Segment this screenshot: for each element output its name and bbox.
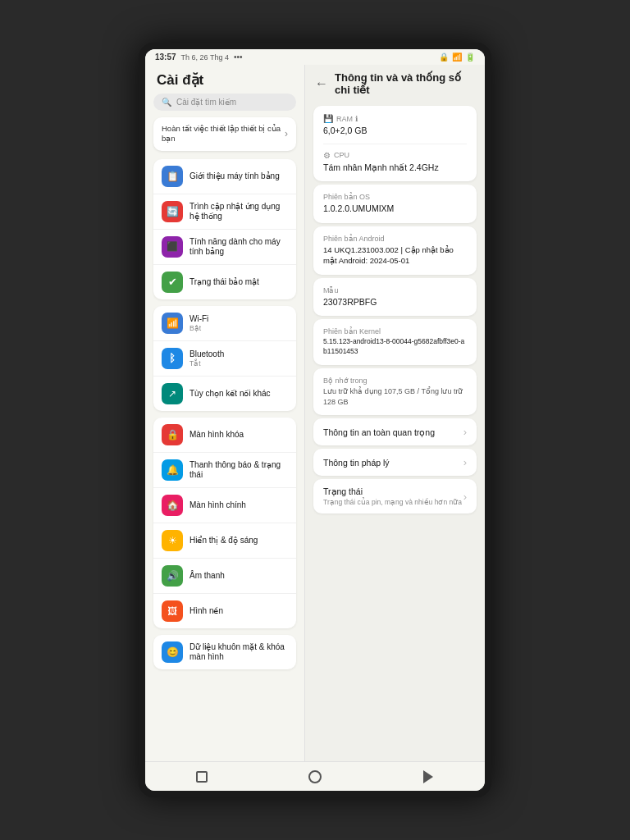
cpu-section: ⚙ CPU Tám nhân Mạnh nhất 2.4GHz [323, 151, 467, 174]
setup-card-text: Hoàn tất việc thiết lập thiết bị của bạn [162, 124, 285, 144]
settings-group-3: 🔒 Màn hình khóa 🔔 Thanh thông báo & trạn… [153, 418, 296, 628]
tablet-frame: 13:57 Th 6, 26 Thg 4 ••• 🔒 📶 🔋 Cài đặt 🔍… [139, 43, 491, 797]
settings-item-intro[interactable]: 📋 Giới thiệu máy tính bảng [153, 159, 296, 194]
settings-item-more-connections[interactable]: ↗ Tùy chọn kết nối khác [153, 377, 296, 411]
storage-label: Bộ nhớ trong [323, 377, 467, 385]
cpu-label: ⚙ CPU [323, 151, 467, 160]
lock-screen-icon: 🔒 [162, 424, 183, 445]
safety-info-row[interactable]: Thông tin an toàn quan trọng › [313, 418, 477, 445]
safety-info-arrow: › [463, 426, 467, 438]
settings-item-features[interactable]: ⬛ Tính năng dành cho máy tính bảng [153, 230, 296, 265]
settings-item-notifications[interactable]: 🔔 Thanh thông báo & trạng thái [153, 453, 296, 488]
search-icon: 🔍 [162, 98, 171, 107]
cpu-icon: ⚙ [323, 151, 331, 160]
detail-header: ← Thông tin và và thống số chi tiết [305, 65, 485, 103]
settings-group-2: 📶 Wi-Fi Bật ᛒ Bluetooth Tắt [153, 306, 296, 411]
kernel-value: 5.15.123-android13-8-00044-g5682afbff3e0… [323, 337, 467, 357]
wifi-label: Wi-Fi [189, 314, 288, 324]
face-lock-icon: 😊 [162, 641, 183, 663]
face-lock-label: Dữ liệu khuôn mặt & khóa màn hình [189, 642, 288, 662]
ram-cpu-card: 💾 RAM ℹ 6,0+2,0 GB ⚙ CPU Tám nhân Mạnh n… [313, 106, 477, 181]
settings-group-1: 📋 Giới thiệu máy tính bảng 🔄 Trình cập n… [153, 159, 296, 299]
nav-back-button[interactable] [419, 768, 437, 786]
status-right: 🔒 📶 🔋 [439, 52, 475, 62]
settings-item-update[interactable]: 🔄 Trình cập nhật ứng dụng hệ thống [153, 194, 296, 230]
nav-recents-button[interactable] [193, 768, 211, 786]
legal-info-row[interactable]: Thông tin pháp lý › [313, 449, 477, 476]
settings-item-display[interactable]: ☀ Hiển thị & độ sáng [153, 523, 296, 559]
settings-item-wifi[interactable]: 📶 Wi-Fi Bật [153, 306, 296, 341]
wallpaper-label: Hình nền [189, 606, 288, 616]
status-row[interactable]: Trạng thái Trạng thái của pin, mạng và n… [313, 479, 477, 514]
settings-item-home-screen[interactable]: 🏠 Màn hình chính [153, 488, 296, 523]
connections-icon: ↗ [162, 383, 183, 404]
android-version-card: Phiên bản Android 14 UKQ1.231003.002 | C… [313, 226, 477, 275]
features-label: Tính năng dành cho máy tính bảng [189, 237, 288, 257]
bluetooth-label: Bluetooth [189, 349, 288, 359]
search-bar[interactable]: 🔍 Cài đặt tìm kiếm [153, 94, 296, 111]
update-icon: 🔄 [162, 201, 183, 222]
kernel-label: Phiên bản Kernel [323, 327, 467, 336]
detail-header-title: Thông tin và và thống số chi tiết [335, 71, 475, 96]
home-nav-icon [308, 770, 322, 783]
bluetooth-sublabel: Tắt [189, 359, 288, 368]
settings-item-security[interactable]: ✔ Trạng thái bảo mật [153, 265, 296, 299]
status-arrow: › [463, 491, 467, 503]
legal-info-arrow: › [463, 456, 467, 468]
recents-icon [196, 771, 208, 783]
settings-group-4: 😊 Dữ liệu khuôn mặt & khóa màn hình [153, 635, 296, 669]
search-placeholder: Cài đặt tìm kiếm [176, 98, 236, 107]
detail-back-button[interactable]: ← [315, 76, 328, 91]
notifications-label: Thanh thông báo & trạng thái [189, 460, 288, 480]
ram-label: 💾 RAM ℹ [323, 114, 467, 123]
setup-card[interactable]: Hoàn tất việc thiết lập thiết bị của bạn… [153, 117, 296, 151]
home-screen-label: Màn hình chính [189, 500, 288, 510]
setup-card-arrow: › [285, 128, 288, 139]
storage-card: Bộ nhớ trong Lưu trữ khả dụng 107,5 GB /… [313, 368, 477, 415]
model-label: Mẫu [323, 286, 467, 294]
status-date: Th 6, 26 Thg 4 [181, 53, 229, 62]
android-value: 14 UKQ1.231003.002 | Cập nhật bảo mật An… [323, 244, 467, 267]
security-icon: ✔ [162, 272, 183, 293]
wallpaper-icon: 🖼 [162, 600, 183, 622]
connections-label: Tùy chọn kết nối khác [189, 389, 288, 399]
os-value: 1.0.2.0.UMUMIXM [323, 203, 467, 215]
update-label: Trình cập nhật ứng dụng hệ thống [189, 202, 288, 221]
ram-icon: 💾 [323, 114, 333, 123]
legal-info-label: Thông tin pháp lý [323, 458, 390, 468]
security-label: Trạng thái bảo mật [189, 277, 288, 287]
back-icon [423, 770, 433, 783]
wifi-sublabel: Bật [189, 324, 288, 332]
sound-label: Âm thanh [189, 571, 288, 581]
sound-icon: 🔊 [162, 565, 183, 587]
status-label: Trạng thái [323, 486, 462, 496]
notifications-icon: 🔔 [162, 459, 183, 481]
model-card: Mẫu 23073RPBFG [313, 278, 477, 317]
status-dot-menu: ••• [234, 52, 243, 62]
bottom-nav [145, 761, 485, 791]
settings-item-bluetooth[interactable]: ᛒ Bluetooth Tắt [153, 341, 296, 377]
storage-value: Lưu trữ khả dụng 107,5 GB / Tổng lưu trữ… [323, 386, 467, 407]
wifi-icon: 📶 [452, 52, 462, 62]
settings-item-lock-screen[interactable]: 🔒 Màn hình khóa [153, 418, 296, 453]
settings-item-sound[interactable]: 🔊 Âm thanh [153, 559, 296, 594]
settings-item-face-lock[interactable]: 😊 Dữ liệu khuôn mặt & khóa màn hình [153, 635, 296, 669]
display-icon: ☀ [162, 530, 183, 551]
bluetooth-icon: ᛒ [162, 348, 183, 369]
home-screen-icon: 🏠 [162, 495, 183, 516]
settings-panel: Cài đặt 🔍 Cài đặt tìm kiếm Hoàn tất việc… [145, 65, 305, 761]
features-icon: ⬛ [162, 236, 183, 258]
android-label: Phiên bản Android [323, 235, 467, 243]
status-bar: 13:57 Th 6, 26 Thg 4 ••• 🔒 📶 🔋 [145, 49, 485, 65]
divider-1 [323, 144, 467, 144]
battery-icon: 🔋 [465, 52, 475, 62]
lock-icon: 🔒 [439, 52, 449, 62]
tablet-screen: 13:57 Th 6, 26 Thg 4 ••• 🔒 📶 🔋 Cài đặt 🔍… [145, 49, 485, 791]
settings-item-wallpaper[interactable]: 🖼 Hình nền [153, 594, 296, 628]
status-left: 13:57 Th 6, 26 Thg 4 ••• [155, 52, 242, 62]
os-label: Phiên bản OS [323, 193, 467, 201]
nav-home-button[interactable] [306, 768, 324, 786]
os-version-card: Phiên bản OS 1.0.2.0.UMUMIXM [313, 185, 477, 223]
wifi-settings-icon: 📶 [162, 313, 183, 334]
settings-title: Cài đặt [145, 65, 304, 94]
